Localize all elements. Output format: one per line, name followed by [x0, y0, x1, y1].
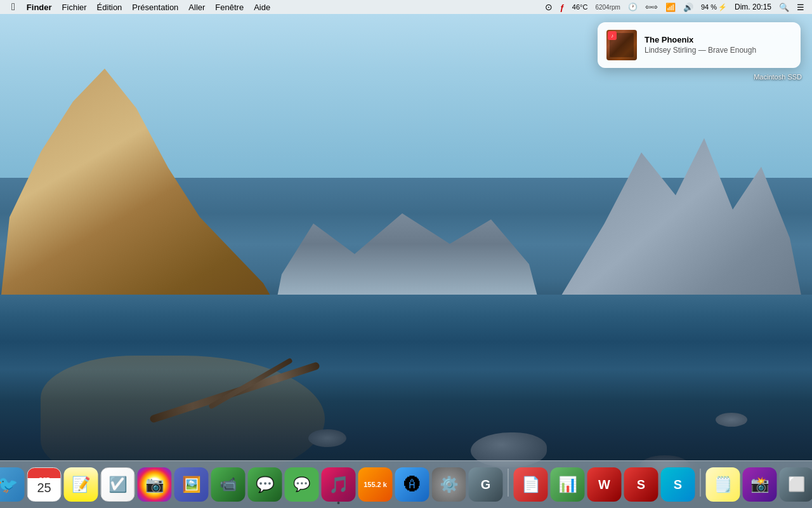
stickies-icon: 🗒️	[714, 476, 733, 493]
track-album: Brave Enough	[708, 46, 756, 55]
menubar-right: ⊙ ƒ 46°C 6204rpm 🕐 ⇦⇨ 📶 🔊 94 % ⚡ Dim. 20…	[542, 0, 807, 14]
menubar-left:  Finder Fichier Édition Présentation Al…	[5, 0, 275, 14]
messages-icon: 💬	[256, 476, 275, 493]
itunes-mini-icon: ♪	[608, 31, 617, 40]
itunes-active-dot	[337, 502, 340, 504]
dock-divider-2	[700, 469, 701, 497]
desktop:  Finder Fichier Édition Présentation Al…	[0, 0, 812, 508]
rock-small-3	[716, 413, 747, 427]
office-icon: W	[598, 478, 610, 492]
dock-icon-calendar[interactable]: OCT 25	[27, 467, 62, 502]
battery-text: 94 %	[701, 3, 717, 11]
dock-icon-snapshot[interactable]: 📸	[743, 467, 777, 502]
facetime-icon: 📹	[219, 476, 237, 493]
appstore-icon: 🅐	[404, 475, 421, 495]
airplay-icon[interactable]: ⇦⇨	[643, 0, 660, 14]
tweetbot-icon: 🐦	[0, 475, 18, 495]
dock-icon-photos[interactable]: 📷	[138, 467, 172, 502]
apple-menu[interactable]: 	[5, 0, 22, 14]
wechat-icon: 💬	[293, 476, 310, 493]
unknown-icon: G	[481, 478, 491, 492]
notification-center-icon[interactable]: ☰	[794, 0, 807, 14]
dock-icon-appstore[interactable]: 🅐	[395, 467, 429, 502]
track-artist-album: Lindsey Stirling — Brave Enough	[645, 46, 792, 56]
track-title: The Phoenix	[645, 35, 792, 46]
menubar-app-name[interactable]: Finder	[22, 0, 57, 14]
menubar:  Finder Fichier Édition Présentation Al…	[0, 0, 812, 14]
dock-icon-reminders[interactable]: ☑️	[101, 467, 135, 502]
skype-icon: S	[674, 478, 682, 492]
photos-icon: 📷	[145, 476, 164, 493]
rock-small-1	[308, 429, 346, 447]
volume-icon[interactable]: 🔊	[681, 0, 696, 14]
reminders-icon: ☑️	[108, 476, 128, 493]
dock-icon-filemerge[interactable]: ⬜	[780, 467, 813, 502]
dock-icon-itunes[interactable]: 🎵	[322, 467, 356, 502]
track-info: The Phoenix Lindsey Stirling — Brave Eno…	[645, 35, 792, 55]
iphoto-icon: 🖼️	[182, 476, 201, 493]
battery-icon: ⚡	[718, 3, 727, 11]
dock-icon-office[interactable]: W	[587, 467, 622, 502]
temperature-text: 46°C	[572, 3, 588, 11]
calendar-day: 25	[37, 481, 51, 495]
time-machine-icon[interactable]: 🕐	[625, 0, 640, 14]
sysprefs-icon: ⚙️	[440, 476, 459, 493]
dock-icon-stickies[interactable]: 🗒️	[706, 467, 740, 502]
battery-display[interactable]: 94 % ⚡	[698, 0, 730, 14]
dock-icon-clipboard[interactable]: 155.2 k	[358, 467, 393, 502]
dock-icon-facetime[interactable]: 📹	[211, 467, 246, 502]
album-art: ♪	[606, 30, 637, 60]
pages-icon: 📄	[521, 476, 540, 493]
menubar-presentation[interactable]: Présentation	[127, 0, 183, 14]
dock-icon-sysprefs[interactable]: ⚙️	[432, 467, 466, 502]
dock-icon-pages[interactable]: 📄	[514, 467, 548, 502]
dock-icon-tweetbot[interactable]: 🐦	[0, 467, 25, 502]
siri-icon[interactable]: ⊙	[542, 0, 555, 14]
menubar-aller[interactable]: Aller	[183, 0, 210, 14]
menubar-aide[interactable]: Aide	[249, 0, 275, 14]
track-artist: Lindsey Stirling	[645, 46, 696, 55]
temp-display: 46°C	[570, 0, 591, 14]
menubar-fenetre[interactable]: Fenêtre	[210, 0, 249, 14]
menubar-edition[interactable]: Édition	[92, 0, 128, 14]
rpm-display: 6204rpm	[593, 0, 622, 14]
lastfm-dock-icon: S	[637, 478, 645, 492]
dock: 🔵 🚀 🧭 🐦 OCT 25 📝 ☑️	[0, 456, 812, 508]
dock-icon-notes[interactable]: 📝	[64, 467, 98, 502]
snapshot-icon: 📸	[750, 476, 769, 493]
dock-icon-scrobbler[interactable]: S	[624, 467, 658, 502]
datetime-display[interactable]: Dim. 20:15	[732, 0, 774, 14]
dock-icon-skype[interactable]: S	[661, 467, 695, 502]
macintosh-ssd-label: Macintosh SSD	[754, 73, 802, 81]
filemerge-icon: ⬜	[788, 476, 805, 493]
dock-icon-unknown[interactable]: G	[469, 467, 503, 502]
apple-logo: 	[11, 1, 15, 13]
wifi-icon[interactable]: 📶	[663, 0, 678, 14]
itunes-icon: 🎵	[329, 475, 349, 495]
dock-icon-messages[interactable]: 💬	[248, 467, 282, 502]
spotlight-icon[interactable]: 🔍	[776, 0, 792, 14]
menubar-fichier[interactable]: Fichier	[57, 0, 92, 14]
rpm-text: 6204rpm	[595, 4, 620, 11]
track-separator: —	[696, 46, 708, 55]
lastfm-icon[interactable]: ƒ	[558, 0, 567, 14]
notes-icon: 📝	[72, 476, 91, 493]
now-playing-notification[interactable]: ♪ The Phoenix Lindsey Stirling — Brave E…	[598, 22, 801, 68]
clipboard-icon: 155.2 k	[363, 481, 387, 488]
dock-icon-iphoto[interactable]: 🖼️	[174, 467, 209, 502]
dock-divider-1	[508, 469, 509, 497]
dock-icons: 🔵 🚀 🧭 🐦 OCT 25 📝 ☑️	[0, 467, 812, 505]
dock-icon-numbers[interactable]: 📊	[551, 467, 585, 502]
dock-icon-wechat[interactable]: 💬	[285, 467, 319, 502]
numbers-icon: 📊	[558, 476, 577, 493]
